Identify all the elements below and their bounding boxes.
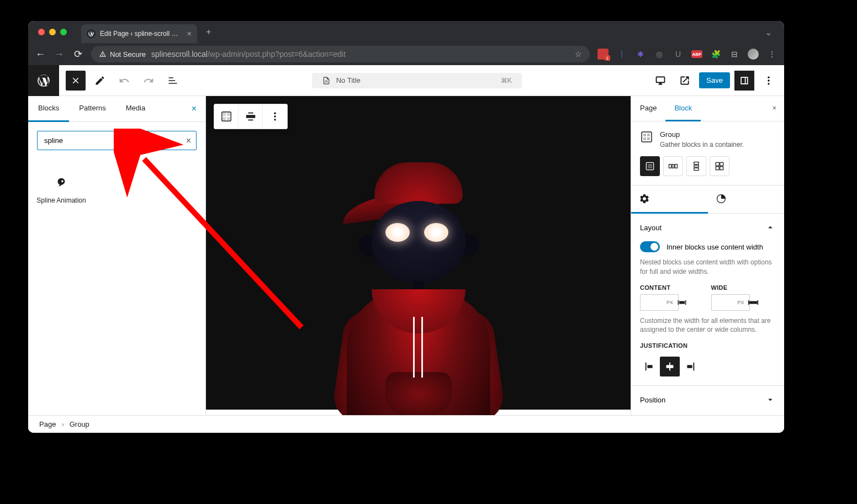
svg-point-7 [274, 113, 276, 114]
extensions-menu-icon[interactable]: 🧩 [710, 49, 721, 60]
bookmark-star-icon[interactable]: ☆ [575, 50, 582, 59]
view-button[interactable] [650, 71, 670, 91]
window-minimize[interactable] [49, 29, 56, 35]
svg-point-8 [274, 115, 276, 117]
variation-grid[interactable] [710, 156, 729, 176]
document-title: No Title [336, 76, 361, 84]
content-width-input[interactable] [640, 294, 679, 311]
svg-rect-32 [748, 300, 749, 304]
variation-row[interactable] [663, 156, 683, 176]
nav-reload-button[interactable]: ⟳ [72, 48, 83, 60]
new-tab-button[interactable]: + [206, 27, 211, 37]
save-button[interactable]: Save [699, 72, 730, 88]
nav-back-button[interactable]: ← [35, 49, 46, 60]
not-secure-label: Not Secure [110, 50, 146, 59]
content-width-toggle[interactable] [640, 241, 660, 252]
list-icon [167, 75, 178, 86]
settings-close-button[interactable]: × [764, 96, 784, 121]
document-title-bar[interactable]: No Title ⌘K [312, 73, 522, 88]
justification-label: JUSTIFICATION [640, 342, 775, 349]
position-panel-heading[interactable]: Position [631, 386, 784, 413]
breadcrumb-root[interactable]: Page [39, 420, 56, 428]
block-spline-animation[interactable]: Spline Animation [34, 170, 89, 211]
subtab-settings[interactable] [631, 185, 708, 214]
close-inserter-button[interactable] [66, 71, 86, 91]
block-type-button[interactable] [214, 104, 239, 129]
wide-width-icon[interactable] [748, 297, 759, 308]
block-breadcrumb: Page › Group [28, 415, 784, 433]
justify-left[interactable] [640, 357, 660, 376]
svg-point-0 [768, 76, 769, 78]
extension-icon-abp[interactable]: ABP [691, 50, 702, 58]
extension-icon-1[interactable] [597, 49, 609, 60]
svg-rect-29 [678, 300, 679, 304]
document-overview-button[interactable] [163, 71, 183, 91]
tab-title: Edit Page ‹ spline-scroll — W… [100, 30, 183, 38]
extension-icon-2[interactable]: ⦚ [616, 49, 627, 60]
window-maximize[interactable] [60, 29, 67, 35]
subtab-styles[interactable] [708, 185, 785, 213]
desktop-icon [655, 75, 666, 86]
block-options-button[interactable] [263, 104, 287, 129]
undo-button[interactable] [114, 71, 134, 91]
wordpress-logo-button[interactable] [28, 65, 59, 96]
svg-point-9 [274, 119, 276, 120]
profile-avatar[interactable] [748, 49, 759, 60]
redo-button[interactable] [139, 71, 158, 91]
browser-tab-active[interactable]: Edit Page ‹ spline-scroll — W… × [81, 24, 197, 43]
tab-page-settings[interactable]: Page [631, 96, 665, 121]
settings-sidebar: Page Block × Group Gather blocks in a co… [631, 96, 784, 415]
settings-subtabs [631, 185, 784, 214]
svg-rect-31 [749, 301, 757, 304]
variation-group[interactable] [640, 156, 660, 176]
options-menu-button[interactable] [759, 71, 779, 91]
justify-center[interactable] [660, 357, 680, 376]
justify-right[interactable] [680, 357, 700, 376]
svg-rect-19 [675, 165, 677, 168]
extension-icon-3[interactable]: ✱ [635, 49, 646, 60]
svg-rect-6 [248, 120, 253, 121]
gear-icon [639, 193, 650, 204]
clear-search-button[interactable]: × [186, 136, 191, 146]
tab-blocks[interactable]: Blocks [28, 96, 69, 122]
undo-icon [119, 75, 130, 86]
extension-icon-4[interactable]: ◎ [654, 49, 665, 60]
group-block-icon [640, 130, 653, 144]
content-width-icon[interactable] [676, 297, 687, 308]
svg-rect-25 [716, 167, 719, 170]
redo-icon [143, 75, 154, 86]
tab-media[interactable]: Media [116, 96, 155, 121]
url-field[interactable]: Not Secure splinescroll.local/wp-admin/p… [91, 46, 590, 62]
warning-icon [99, 50, 107, 58]
window-close[interactable] [38, 29, 45, 35]
toggle-label: Inner blocks use content width [666, 243, 763, 251]
security-badge[interactable]: Not Secure [99, 50, 146, 59]
editor-canvas[interactable] [206, 96, 631, 410]
tab-patterns[interactable]: Patterns [69, 96, 115, 121]
browser-menu-icon[interactable]: ⋮ [766, 49, 777, 60]
svg-rect-39 [687, 365, 692, 368]
layout-panel-heading[interactable]: Layout [631, 214, 784, 241]
inserter-close-button[interactable]: × [183, 96, 205, 121]
breadcrumb-current[interactable]: Group [70, 420, 89, 428]
nav-forward-button[interactable]: → [54, 49, 65, 60]
tabs-overflow-button[interactable]: ⌄ [758, 27, 779, 38]
svg-rect-5 [248, 113, 253, 114]
tab-block-settings[interactable]: Block [665, 96, 701, 121]
block-toolbar [214, 104, 288, 129]
spline-icon [54, 176, 69, 191]
block-result-label: Spline Animation [36, 197, 87, 205]
variation-stack[interactable] [686, 156, 706, 176]
tools-button[interactable] [90, 71, 110, 91]
extension-icon-5[interactable]: U [673, 49, 684, 60]
settings-sidebar-toggle[interactable] [734, 71, 754, 91]
window-controls [38, 29, 67, 35]
svg-rect-34 [646, 363, 647, 371]
preview-button[interactable] [675, 71, 695, 91]
styles-icon [716, 193, 727, 204]
block-search-input[interactable] [37, 131, 197, 150]
wide-width-input[interactable] [711, 294, 750, 311]
side-panel-icon[interactable]: ⊟ [729, 49, 740, 60]
tab-close-icon[interactable]: × [187, 29, 192, 38]
block-align-button[interactable] [239, 104, 263, 129]
